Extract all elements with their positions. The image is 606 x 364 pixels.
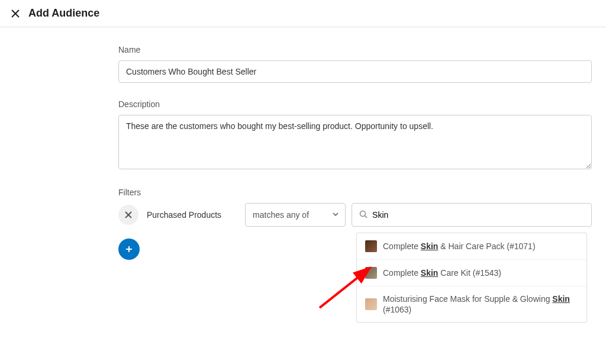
operator-select[interactable]: matches any of (245, 203, 346, 227)
product-label: Complete Skin Care Kit (#1543) (383, 268, 501, 278)
name-label: Name (118, 45, 592, 54)
page-title: Add Audience (28, 7, 99, 20)
svg-point-4 (360, 211, 366, 216)
search-icon (359, 210, 368, 220)
remove-filter-button[interactable] (118, 205, 138, 225)
product-option[interactable]: Complete Skin Care Kit (#1543) (357, 260, 586, 286)
description-label: Description (118, 99, 592, 109)
add-filter-button[interactable] (118, 239, 140, 260)
description-textarea[interactable] (118, 115, 592, 169)
product-option[interactable]: Complete Skin & Hair Care Pack (#1071) (357, 233, 586, 260)
product-label: Complete Skin & Hair Care Pack (#1071) (383, 241, 536, 252)
chevron-down-icon (332, 210, 339, 220)
filters-label: Filters (118, 188, 592, 197)
product-thumb (365, 240, 377, 252)
name-input[interactable] (118, 60, 592, 83)
svg-line-5 (365, 215, 368, 218)
product-thumb (365, 298, 377, 310)
filter-type-label: Purchased Products (147, 210, 221, 220)
product-option[interactable]: Moisturising Face Mask for Supple & Glow… (357, 286, 586, 322)
product-thumb (365, 267, 377, 279)
operator-value: matches any of (253, 210, 309, 220)
filter-search-input[interactable] (372, 210, 584, 220)
product-label: Moisturising Face Mask for Supple & Glow… (383, 294, 578, 315)
product-dropdown: Complete Skin & Hair Care Pack (#1071) C… (356, 233, 587, 323)
close-icon[interactable] (11, 9, 20, 18)
filter-search-box[interactable] (352, 203, 592, 227)
